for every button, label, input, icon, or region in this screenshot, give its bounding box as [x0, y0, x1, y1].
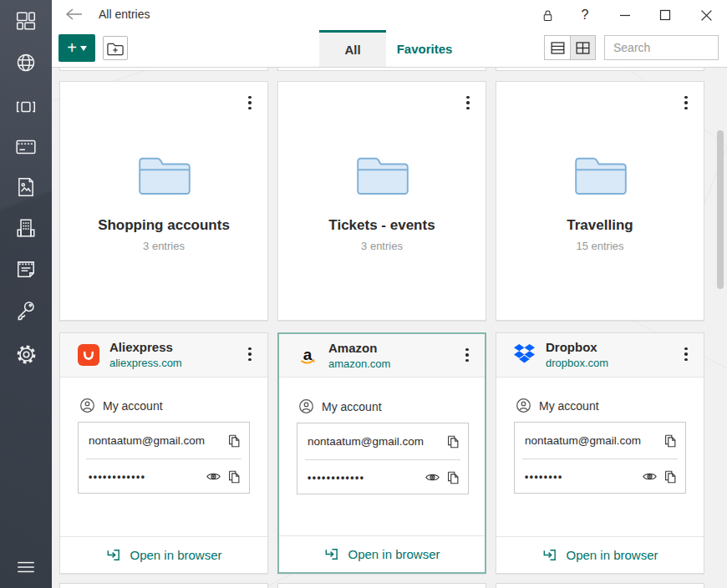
sidebar-item-web-accounts[interactable]	[0, 48, 52, 77]
account-name: Aliexpress	[109, 340, 173, 354]
show-password-button[interactable]	[425, 469, 440, 485]
list-view-button[interactable]	[544, 35, 570, 60]
folder-name: Travelling	[496, 217, 704, 234]
open-in-browser-button[interactable]: Open in browser	[60, 536, 267, 573]
more-options-button[interactable]	[677, 92, 695, 114]
plus-icon: +	[67, 40, 77, 55]
sidebar	[0, 0, 52, 588]
back-button[interactable]	[64, 6, 85, 24]
show-password-button[interactable]	[206, 469, 221, 484]
sidebar-item-settings[interactable]	[0, 340, 52, 368]
folder-card[interactable]: Travelling 15 entries	[496, 81, 704, 321]
person-icon	[79, 398, 95, 413]
folder-card[interactable]: Shopping accounts 3 entries	[59, 81, 268, 321]
scrolled-card-remnant	[277, 583, 486, 588]
person-icon	[516, 398, 531, 413]
maximize-button[interactable]	[653, 3, 678, 27]
more-options-button[interactable]	[677, 343, 695, 365]
folder-name: Tickets - events	[278, 217, 486, 234]
minimize-button[interactable]	[613, 3, 638, 27]
sidebar-item-applications[interactable]	[0, 93, 52, 121]
account-label: My account	[539, 399, 599, 413]
login-field: nontaatum@gmail.com	[515, 423, 685, 459]
close-button[interactable]	[694, 3, 719, 27]
application-icon	[15, 96, 37, 118]
add-entry-button[interactable]: +	[58, 34, 95, 62]
amazon-logo-icon: a	[297, 345, 318, 367]
password-field: ••••••••	[515, 459, 685, 494]
more-options-button[interactable]	[458, 344, 476, 366]
sidebar-item-notes[interactable]	[0, 255, 52, 283]
password-mask: ••••••••••••	[89, 471, 201, 483]
help-button[interactable]: ?	[572, 3, 597, 27]
more-options-button[interactable]	[241, 92, 259, 114]
password-field: ••••••••••••	[297, 459, 468, 495]
globe-icon	[15, 52, 37, 74]
sidebar-item-documents[interactable]	[0, 173, 52, 201]
eye-icon	[206, 469, 221, 484]
account-card[interactable]: Dropbox dropbox.com My account nontaatum…	[496, 332, 704, 574]
sidebar-item-menu[interactable]	[0, 553, 52, 581]
sidebar-item-bank-cards[interactable]	[0, 133, 52, 161]
eye-icon	[425, 469, 440, 485]
tab-all[interactable]: All	[319, 30, 386, 67]
folder-entry-count: 15 entries	[496, 240, 704, 252]
vertical-scrollbar[interactable]	[717, 130, 724, 289]
account-card[interactable]: Aliexpress aliexpress.com My account non…	[59, 332, 268, 574]
copy-icon	[226, 433, 241, 449]
svg-text:a: a	[303, 346, 313, 363]
search-input[interactable]	[604, 35, 719, 60]
account-domain-link[interactable]: aliexpress.com	[109, 357, 182, 369]
entries-grid: Shopping accounts 3 entries Tickets - ev…	[52, 67, 727, 588]
show-password-button[interactable]	[642, 469, 658, 484]
dashboard-icon	[15, 10, 37, 32]
open-in-browser-button[interactable]: Open in browser	[279, 535, 485, 572]
account-domain-link[interactable]: amazon.com	[328, 357, 390, 370]
scrolled-card-remnant	[59, 67, 268, 71]
copy-password-button[interactable]	[663, 469, 678, 484]
sidebar-item-keys[interactable]	[0, 296, 52, 324]
account-domain-link[interactable]: dropbox.com	[546, 357, 608, 369]
more-options-button[interactable]	[241, 343, 259, 365]
add-folder-icon	[106, 39, 125, 58]
gear-icon	[15, 343, 38, 366]
copy-icon	[445, 434, 460, 449]
account-card[interactable]: a Amazon amazon.com My account nontaatum…	[277, 332, 486, 574]
folder-card[interactable]: Tickets - events 3 entries	[277, 81, 486, 321]
help-icon: ?	[582, 8, 589, 23]
copy-icon	[226, 469, 241, 484]
scrolled-card-remnant	[59, 583, 268, 588]
back-arrow-icon	[65, 8, 84, 21]
open-in-browser-button[interactable]: Open in browser	[496, 536, 704, 573]
credentials-box: nontaatum@gmail.com ••••••••••••	[78, 422, 250, 494]
grid-view-button[interactable]	[570, 35, 596, 60]
account-user-row: My account	[516, 398, 599, 413]
toolbar: + All Favorites	[52, 30, 727, 67]
account-name: Dropbox	[546, 340, 597, 354]
login-value: nontaatum@gmail.com	[308, 435, 440, 448]
copy-login-button[interactable]	[445, 434, 460, 449]
more-options-button[interactable]	[459, 92, 477, 114]
account-user-row: My account	[298, 398, 382, 414]
credentials-box: nontaatum@gmail.com ••••••••	[514, 422, 686, 494]
sidebar-item-organizations[interactable]	[0, 214, 52, 242]
copy-password-button[interactable]	[226, 469, 241, 484]
tab-favorites[interactable]: Favorites	[386, 30, 463, 67]
open-in-browser-label: Open in browser	[130, 548, 221, 562]
aliexpress-logo-icon	[78, 344, 99, 366]
scrolled-card-remnant	[496, 67, 704, 71]
account-label: My account	[103, 399, 163, 413]
grid-view-icon	[575, 40, 591, 56]
copy-login-button[interactable]	[663, 433, 678, 449]
scrolled-card-remnant	[496, 583, 704, 588]
sidebar-item-dashboard[interactable]	[0, 7, 52, 35]
login-value: nontaatum@gmail.com	[89, 434, 221, 447]
add-folder-button[interactable]	[103, 36, 128, 60]
lock-button[interactable]	[535, 3, 560, 27]
folder-name: Shopping accounts	[60, 217, 267, 234]
password-manager-window: All entries ? + All	[0, 0, 727, 588]
titlebar: All entries ?	[52, 0, 727, 30]
copy-icon	[445, 470, 460, 485]
copy-login-button[interactable]	[226, 433, 241, 449]
copy-password-button[interactable]	[445, 470, 460, 485]
